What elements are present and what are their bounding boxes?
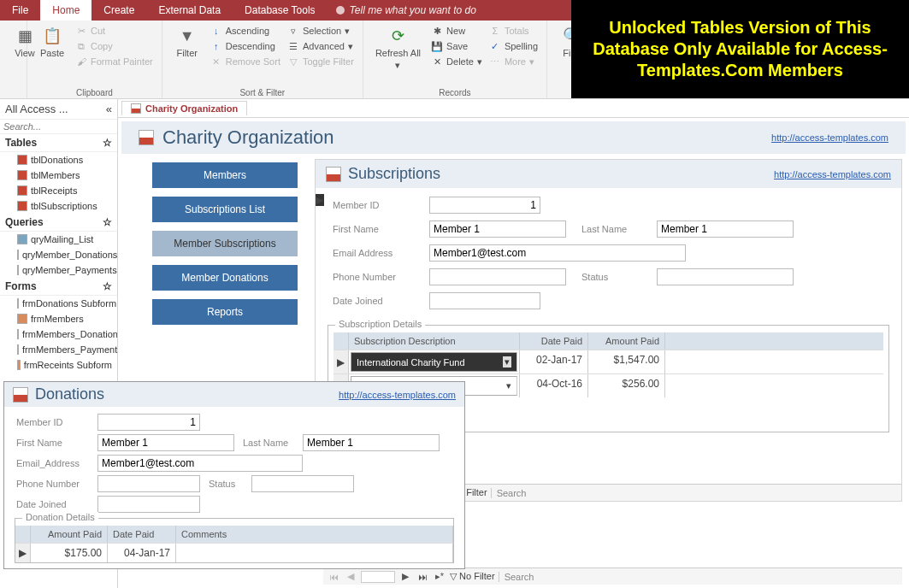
- don-input-ln[interactable]: [303, 434, 440, 451]
- advanced-button[interactable]: ☰Advanced ▾: [286, 39, 356, 53]
- refresh-all-button[interactable]: ⟳Refresh All ▾: [370, 24, 426, 73]
- advanced-icon: ☰: [287, 40, 299, 52]
- nav-last[interactable]: ⏭: [416, 572, 429, 582]
- nav-item-frmreceipts[interactable]: frmReceints Subform: [0, 357, 117, 373]
- row-selector[interactable]: ▶: [333, 350, 349, 373]
- query-icon: [17, 265, 19, 275]
- nav-search[interactable]: Search: [499, 572, 899, 582]
- nav-record-input[interactable]: [361, 571, 395, 583]
- filter-button[interactable]: ▼Filter: [169, 24, 205, 60]
- nav-members-button[interactable]: Members: [152, 162, 298, 188]
- don-input-fn[interactable]: [97, 434, 234, 451]
- don-input-mid[interactable]: [97, 414, 200, 431]
- nav-member-donations-button[interactable]: Member Donations: [152, 265, 298, 291]
- don-input-em[interactable]: [97, 455, 303, 472]
- cut-button[interactable]: ✂Cut: [74, 24, 155, 38]
- nav-item-tbldonations[interactable]: tblDonations: [0, 152, 117, 168]
- nav-item-tblreceipts[interactable]: tblReceipts: [0, 183, 117, 198]
- nav-item-tblmembers[interactable]: tblMembers: [0, 168, 117, 183]
- nav-group-queries[interactable]: Queries☆: [0, 214, 117, 232]
- nav-item-tblsubscriptions[interactable]: tblSubscriptions: [0, 198, 117, 214]
- col-description[interactable]: Subscription Description: [349, 332, 520, 350]
- toggle-filter-button[interactable]: ▽Toggle Filter: [286, 55, 356, 68]
- selection-button[interactable]: ▿Selection ▾: [286, 24, 356, 38]
- nav-item-qrymemberpayments[interactable]: qryMember_Payments: [0, 262, 117, 278]
- input-email[interactable]: [429, 244, 686, 262]
- don-input-st[interactable]: [251, 475, 354, 492]
- totals-button[interactable]: ΣTotals: [487, 24, 540, 38]
- nav-item-qrymailing[interactable]: qryMailing_List: [0, 232, 117, 247]
- delete-button[interactable]: ✕Delete ▾: [429, 55, 484, 68]
- nav-member-subscriptions-button[interactable]: Member Subscriptions: [152, 231, 298, 256]
- nav-prev[interactable]: ◀: [344, 571, 357, 582]
- tab-file[interactable]: File: [0, 0, 40, 21]
- filter-indicator[interactable]: ▽ No Filter: [450, 571, 495, 582]
- nav-search[interactable]: Search: [491, 488, 898, 498]
- copy-button[interactable]: ⧉Copy: [74, 39, 155, 53]
- cell-amount-paid[interactable]: $256.00: [588, 374, 665, 397]
- chevron-down-icon: ▾: [503, 356, 511, 368]
- col-date-paid[interactable]: Date Paid: [520, 332, 588, 350]
- don-link[interactable]: http://access-templates.com: [339, 390, 456, 400]
- col-comments[interactable]: Comments: [176, 526, 453, 543]
- charity-link[interactable]: http://access-templates.com: [771, 132, 888, 143]
- nav-header[interactable]: All Access ...«: [0, 99, 117, 120]
- nav-reports-button[interactable]: Reports: [152, 299, 298, 325]
- tell-me[interactable]: Tell me what you want to do: [328, 0, 485, 21]
- nav-group-tables[interactable]: Tables☆: [0, 134, 117, 152]
- cell-amount-paid[interactable]: $1,547.00: [588, 350, 665, 373]
- tab-database-tools[interactable]: Database Tools: [233, 0, 328, 21]
- record-selector[interactable]: ▶: [316, 194, 324, 206]
- cell-date-paid[interactable]: 02-Jan-17: [520, 350, 588, 373]
- form-icon: [17, 298, 19, 309]
- more-button[interactable]: ⋯More ▾: [487, 55, 540, 68]
- nav-item-frmmembers[interactable]: frmMembers: [0, 311, 117, 326]
- nav-item-frmmemberspayment[interactable]: frmMembers_PaymentP...: [0, 342, 117, 357]
- nav-item-frmmembersdonation[interactable]: frmMembers_DonationP...: [0, 326, 117, 342]
- save-button[interactable]: 💾Save: [429, 39, 484, 53]
- don-input-dj[interactable]: [97, 496, 200, 513]
- cell-date-paid[interactable]: 04-Oct-16: [520, 374, 588, 397]
- paste-button[interactable]: 📋Paste: [34, 24, 70, 60]
- remove-sort-button[interactable]: ⨯Remove Sort: [209, 55, 282, 68]
- nav-new[interactable]: ▸*: [433, 571, 446, 582]
- nav-item-qrymemberdonations[interactable]: qryMember_Donations: [0, 247, 117, 262]
- new-button[interactable]: ✱New: [429, 24, 484, 38]
- row-selector[interactable]: ▶: [15, 544, 31, 562]
- descending-button[interactable]: ↑Descending: [209, 39, 282, 53]
- nav-group-forms[interactable]: Forms☆: [0, 278, 117, 296]
- nav-next[interactable]: ▶: [398, 571, 412, 582]
- table-row[interactable]: ▶ International Charity Fund▾ 02-Jan-17 …: [333, 350, 883, 373]
- col-amount-paid[interactable]: Amount Paid: [588, 332, 665, 350]
- input-date-joined[interactable]: [429, 292, 540, 309]
- ascending-button[interactable]: ↓Ascending: [209, 24, 282, 38]
- doc-tab-charity[interactable]: Charity Organization: [121, 101, 247, 115]
- col-amount-paid[interactable]: Amount Paid: [31, 526, 108, 543]
- cell-date[interactable]: 04-Jan-17: [108, 544, 176, 562]
- form-icon: [17, 344, 19, 355]
- nav-search-input[interactable]: [0, 120, 117, 134]
- more-icon: ⋯: [489, 56, 501, 68]
- nav-subscriptions-list-button[interactable]: Subscriptions List: [152, 197, 298, 222]
- input-status[interactable]: [657, 268, 794, 285]
- cell-amount[interactable]: $175.00: [31, 544, 108, 562]
- spelling-button[interactable]: ✓Spelling: [487, 39, 540, 53]
- table-row[interactable]: ▶ $175.00 04-Jan-17: [15, 543, 453, 562]
- desc-combo[interactable]: International Charity Fund▾: [351, 352, 517, 372]
- nav-item-frmdonations[interactable]: frmDonations Subform: [0, 296, 117, 311]
- format-painter-button[interactable]: 🖌Format Painter: [74, 55, 155, 68]
- input-last-name[interactable]: [657, 220, 794, 238]
- input-first-name[interactable]: [429, 220, 566, 238]
- input-member-id[interactable]: [429, 197, 540, 214]
- col-date-paid[interactable]: Date Paid: [108, 526, 176, 543]
- group-clipboard-label: Clipboard: [27, 88, 162, 97]
- nav-first[interactable]: ⏮: [327, 572, 340, 582]
- input-phone[interactable]: [429, 268, 566, 285]
- don-input-ph[interactable]: [97, 475, 200, 492]
- cell-comments[interactable]: [176, 544, 453, 562]
- label-status: Status: [581, 272, 641, 282]
- tab-home[interactable]: Home: [40, 0, 91, 21]
- tab-external-data[interactable]: External Data: [146, 0, 233, 21]
- tab-create[interactable]: Create: [91, 0, 146, 21]
- subs-link[interactable]: http://access-templates.com: [774, 169, 891, 179]
